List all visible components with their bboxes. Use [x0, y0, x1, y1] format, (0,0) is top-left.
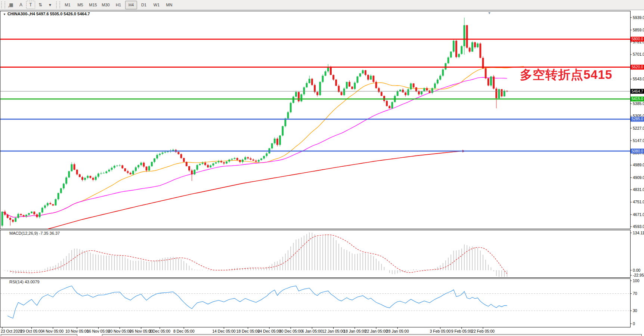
candle-body: [215, 162, 217, 163]
timeframe-M5[interactable]: M5: [74, 1, 86, 9]
candle-body: [303, 87, 305, 95]
chart-autoscroll-grid-icon[interactable]: ▦F: [7, 1, 16, 9]
bottom-panel[interactable]: [102, 334, 642, 336]
candle-body: [405, 92, 406, 95]
candle-body: [349, 82, 350, 86]
candle-body: [228, 160, 230, 161]
candle-body: [183, 158, 185, 162]
candle-body: [255, 161, 257, 162]
candle-body: [65, 178, 67, 184]
candle-body: [314, 85, 316, 92]
candle-body: [103, 173, 105, 173]
bottom-panel[interactable]: [1, 334, 77, 336]
candle-body: [495, 89, 497, 98]
timeframe-H4[interactable]: H4: [125, 1, 137, 9]
candle-body: [47, 203, 49, 205]
candle-body: [212, 163, 214, 165]
candle-body: [146, 167, 148, 170]
price-axis-label: 5701.0: [633, 52, 644, 56]
candle-body: [434, 83, 436, 88]
candle-body: [154, 158, 155, 162]
candle-body: [20, 214, 22, 215]
timeframe-D1[interactable]: D1: [138, 1, 150, 9]
timeframe-M15[interactable]: M15: [87, 1, 99, 9]
candle-body: [25, 215, 27, 216]
candle-body: [87, 176, 89, 178]
candle-body: [402, 90, 404, 92]
price-axis: 5939.05859.05781.05701.05543.05385.05305…: [630, 15, 644, 229]
date-label: 8 Dec 05:00: [173, 329, 195, 333]
candle-body: [58, 193, 59, 199]
arrows-dropdown-caret-icon[interactable]: ▾: [46, 1, 55, 9]
arrows-tool-icon[interactable]: ⇅: [36, 1, 45, 9]
candle-body: [487, 78, 489, 86]
price-badge-text: 5415.0: [632, 97, 643, 101]
candle-body: [341, 92, 343, 95]
candle-body: [266, 153, 267, 156]
candle-body: [111, 168, 113, 170]
candle-body: [397, 91, 399, 96]
chart-canvas[interactable]: ▼5939.05859.05781.05701.05543.05385.0530…: [0, 10, 644, 336]
collapse-indicator-icon[interactable]: ▼: [3, 13, 6, 16]
candle-body: [41, 208, 43, 212]
candle-body: [74, 164, 75, 170]
candle-body: [15, 218, 16, 222]
candle-body: [322, 76, 324, 82]
candle-body: [204, 163, 206, 165]
candle-body: [71, 164, 72, 171]
candle-body: [410, 83, 412, 89]
candle-body: [108, 170, 110, 172]
candle-body: [325, 71, 326, 75]
candle-body: [388, 106, 390, 108]
timeframe-H1[interactable]: H1: [112, 1, 124, 9]
macd-axis-label: -22.95: [633, 273, 644, 277]
price-axis-label: 5147.0: [633, 138, 644, 143]
date-label: 29 Oct 05:00: [21, 329, 43, 333]
candle-body: [316, 92, 318, 95]
candle-body: [287, 112, 289, 118]
candle-body: [437, 80, 439, 83]
date-label: 22 Jan 05:00: [365, 329, 388, 333]
candle-body: [375, 82, 377, 88]
rsi-axis-label: 0: [633, 321, 635, 326]
candle-body: [276, 139, 278, 145]
candle-body: [49, 203, 51, 204]
candle-body: [351, 87, 353, 89]
price-axis-label: 4989.0: [633, 163, 644, 167]
candle-body: [7, 215, 9, 218]
candle-body: [63, 184, 65, 188]
annotation-text[interactable]: 多空转折点5415: [520, 67, 612, 83]
candle-body: [450, 52, 452, 58]
candle-body: [143, 163, 145, 166]
candle-body: [202, 163, 204, 164]
price-badge-text: 5464.7: [632, 89, 643, 93]
candle-body: [23, 215, 25, 216]
price-axis-label: 5385.0: [633, 101, 644, 106]
chart-area[interactable]: ▼CHINA300-,H4 5497.6 5505.0 5426.0 5464.…: [0, 10, 644, 336]
candle-body: [220, 161, 222, 162]
timeframe-M30[interactable]: M30: [100, 1, 112, 9]
text-box-tool-icon[interactable]: T: [26, 1, 35, 9]
date-label: 18 Dec 05:00: [236, 329, 260, 333]
timeframe-buttons-group: M1M5M15M30H1H4D1W1MN: [61, 0, 176, 10]
text-label-tool-icon[interactable]: A: [16, 1, 25, 9]
candle-body: [399, 90, 401, 91]
candle-body: [105, 172, 107, 173]
timeframe-toolbar-grip[interactable]: [56, 1, 60, 8]
candle-body: [84, 178, 86, 180]
timeframe-MN[interactable]: MN: [163, 1, 175, 9]
candle-body: [244, 157, 246, 160]
candle-body: [68, 171, 70, 178]
price-axis-label: 4751.0: [633, 200, 644, 204]
candle-body: [263, 156, 265, 158]
timeframe-W1[interactable]: W1: [151, 1, 162, 9]
toolbar-grip[interactable]: [1, 1, 5, 8]
candle-body: [31, 212, 32, 213]
candle-body: [274, 139, 276, 143]
candle-body: [431, 88, 433, 93]
candle-body: [124, 168, 126, 171]
timeframe-M1[interactable]: M1: [62, 1, 74, 9]
price-badge-text: 5620.0: [632, 65, 643, 69]
scroll-to-end-icon[interactable]: ▼: [488, 11, 491, 15]
date-label: 30 Dec 05:00: [279, 329, 303, 333]
